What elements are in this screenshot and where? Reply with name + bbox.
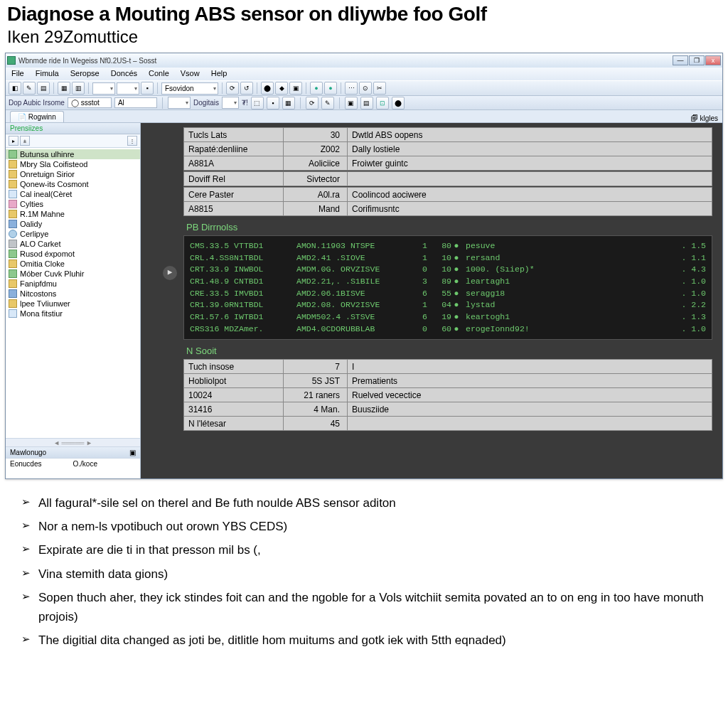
tree-icon: [9, 230, 17, 238]
tb-btn[interactable]: ⊙: [359, 82, 372, 95]
tb-combo[interactable]: [117, 82, 139, 95]
tb-btn[interactable]: ◧: [9, 82, 21, 95]
tb-btn[interactable]: ⋯: [345, 82, 358, 95]
table-row: Tuch insose7I: [184, 360, 712, 374]
tab-rogwinn[interactable]: 📄 Rogwinn: [10, 111, 64, 122]
terminal-row: CR1.48.9 CNTBD1AMD2.21,. .S1BILE389●lear…: [190, 276, 706, 288]
table-row: Cere PasterA0l.raCoolincod aociwere: [184, 188, 712, 202]
menu-vsow[interactable]: Vsow: [175, 68, 205, 80]
tb-btn[interactable]: ✎: [23, 82, 36, 95]
sidebar-tree[interactable]: Butunsa ulhinreMbry Sla CoifisteodOnretu…: [6, 148, 140, 438]
sidebar-item[interactable]: ALO Carket: [6, 239, 140, 249]
play-icon[interactable]: ▶: [163, 266, 177, 280]
menu-help[interactable]: Help: [205, 68, 233, 80]
sidebar-item[interactable]: Mona fitstiur: [6, 309, 140, 318]
cell-value: 5S JST: [284, 374, 348, 388]
tree-icon: [9, 180, 17, 188]
sidebar-item[interactable]: Oalidy: [6, 219, 140, 229]
tb-combo[interactable]: [92, 82, 115, 95]
sidebar-header: Prensiizes: [6, 123, 140, 134]
table-row: A8815MandCorifimusntc: [184, 202, 712, 216]
menu-donces[interactable]: Doncés: [105, 68, 143, 80]
menu-fimula[interactable]: Fimula: [30, 68, 65, 80]
tb-btn[interactable]: ⊡: [376, 97, 389, 109]
sidebar-item[interactable]: Móber Cuvk Pluhir: [6, 269, 140, 279]
tb-combo-fsovidon[interactable]: Fsovidon: [161, 82, 218, 95]
tb-btn[interactable]: ●: [324, 82, 337, 95]
tb-btn[interactable]: ●: [310, 82, 323, 95]
cell-desc: [348, 417, 712, 431]
sidebar-item[interactable]: Cal ineal(Cèret: [6, 189, 140, 199]
sidebar-scrollbar[interactable]: ◄ ═════ ►: [6, 438, 140, 446]
menu-file[interactable]: File: [6, 68, 30, 80]
tb-btn[interactable]: ⟳: [306, 97, 318, 109]
sidebar-item[interactable]: lpee Tvliunwer: [6, 299, 140, 309]
tb-btn[interactable]: ▤: [360, 97, 373, 109]
tb-btn[interactable]: ▦: [58, 82, 70, 95]
tree-icon: [9, 190, 17, 198]
cell-value: A0l.ra: [284, 188, 348, 202]
tb-btn[interactable]: ⬚: [251, 97, 264, 109]
toolbar-2: Dop Aubic Irsome ◯ ssstot Al Dogitais ₮!…: [6, 96, 722, 110]
sidebar-tool[interactable]: ±: [20, 136, 30, 146]
tb-btn[interactable]: ▤: [37, 82, 50, 95]
cell-value: 45: [284, 417, 348, 431]
subbar-field[interactable]: ◯ ssstot: [68, 97, 112, 108]
tree-icon: [9, 269, 17, 278]
sidebar-item[interactable]: Mbry Sla Coifisteod: [6, 159, 140, 169]
tb-btn[interactable]: ✂: [373, 82, 386, 95]
close-button[interactable]: x: [705, 55, 721, 65]
tb-btn[interactable]: ▥: [72, 82, 85, 95]
tb-btn[interactable]: ⬤: [261, 82, 274, 95]
tb-combo[interactable]: [168, 97, 191, 109]
sidebar-item[interactable]: Rusod éxpomot: [6, 249, 140, 259]
sidebar-item[interactable]: Omitia Cloke: [6, 259, 140, 269]
sidebar-item[interactable]: Qonew-its Cosmont: [6, 179, 140, 189]
tree-icon: [9, 309, 17, 318]
tb-btn[interactable]: ▪: [267, 97, 279, 109]
cell-label: 10024: [184, 388, 284, 402]
terminal-row: CRS316 MDZAmer.AMD4.0CDORUBBLAB060●eroge…: [190, 323, 706, 336]
sidebar-col: O./koce: [73, 460, 136, 477]
tb-btn[interactable]: ↺: [240, 82, 253, 95]
sidebar-item[interactable]: Nitcostons: [6, 289, 140, 299]
tb-btn[interactable]: ⟳: [226, 82, 239, 95]
sidebar-item[interactable]: R.1M Mahne: [6, 209, 140, 219]
sidebar-item[interactable]: Butunsa ulhinre: [6, 149, 140, 159]
sidebar-item[interactable]: Fanipfdmu: [6, 279, 140, 289]
tab-klgles[interactable]: 🗐 klgles: [691, 114, 718, 122]
tree-label: Qonew-its Cosmont: [20, 180, 89, 188]
tb-btn[interactable]: ▣: [289, 82, 302, 95]
subbar-field[interactable]: Al: [114, 97, 157, 108]
tb-btn[interactable]: ✎: [321, 97, 334, 109]
menu-seropse[interactable]: Seropse: [65, 68, 105, 80]
maximize-button[interactable]: ❐: [689, 55, 705, 65]
tb-btn[interactable]: ▪: [141, 82, 154, 95]
tb-btn[interactable]: ◆: [275, 82, 288, 95]
table-row: A881AAoliciiceFroiwter guintc: [184, 156, 712, 171]
sidebar: Prensiizes ▸ ± ⋮ Butunsa ulhinreMbry Sla…: [6, 123, 141, 478]
minimize-button[interactable]: —: [673, 55, 688, 65]
tree-label: Cal ineal(Cèret: [20, 190, 72, 198]
cell-value: 4 Man.: [284, 402, 348, 417]
cell-value: 21 raners: [284, 388, 348, 402]
cell-desc: I: [348, 360, 712, 374]
menu-conle[interactable]: Conle: [143, 68, 175, 80]
titlebar[interactable]: Wbnmde ride In Wegeiss Nf0.2US-t – Sosst…: [6, 53, 722, 68]
tb-combo[interactable]: [222, 97, 239, 109]
sidebar-item[interactable]: Cerlipye: [6, 229, 140, 239]
tb-btn[interactable]: ⬤: [392, 97, 405, 109]
sidebar-tool[interactable]: ▸: [9, 136, 18, 146]
table-row: Rapaté:denliineZ002Dally lostiele: [184, 142, 712, 156]
tb-btn[interactable]: ▦: [282, 97, 295, 109]
sidebar-tool[interactable]: ⋮: [127, 136, 137, 146]
sidebar-toolbar: ▸ ± ⋮: [6, 134, 140, 148]
sidebar-item[interactable]: Onretuign Sirior: [6, 169, 140, 179]
cell-desc: Dwtld ABS oopens: [348, 128, 712, 142]
sidebar-item[interactable]: Cylties: [6, 199, 140, 209]
table-row: Tucls Lats30Dwtld ABS oopens: [184, 128, 712, 142]
tree-label: Nitcostons: [20, 289, 56, 298]
subbar-label: ₮!: [242, 99, 248, 107]
sidebar-section[interactable]: Mawlonugo▣: [6, 447, 140, 458]
tb-btn[interactable]: ▣: [345, 97, 358, 109]
